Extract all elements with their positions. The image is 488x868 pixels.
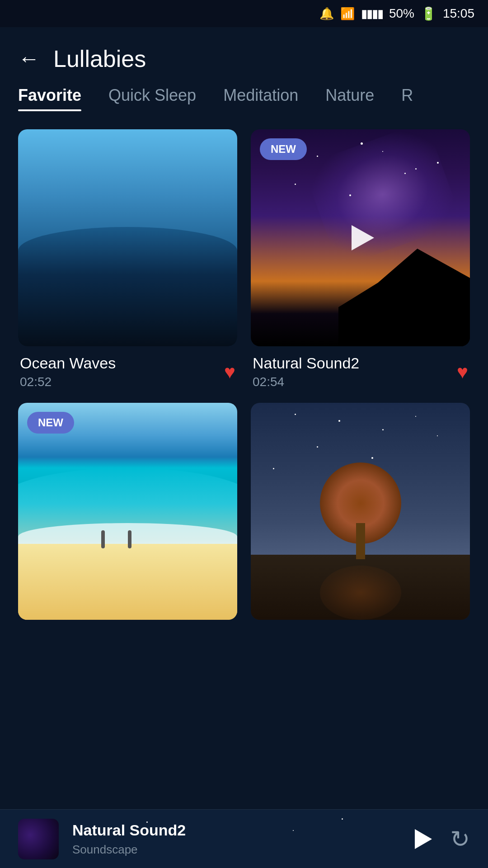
card-image-beach: NEW — [18, 403, 237, 620]
tab-quick-sleep[interactable]: Quick Sleep — [108, 86, 196, 111]
status-icons: 🔔 📶 ▮▮▮▮ 50% 🔋 15:05 — [319, 6, 474, 21]
bottom-player: Natural Sound2 Soundscape ↺ — [0, 809, 488, 868]
player-track-title: Natural Sound2 — [72, 821, 401, 839]
tab-favorite[interactable]: Favorite — [18, 86, 81, 111]
player-thumbnail — [18, 819, 59, 859]
play-button-nightsky[interactable] — [343, 220, 379, 256]
player-controls: ↺ — [415, 826, 470, 853]
card-beach[interactable]: NEW — [18, 403, 237, 620]
battery-icon: 🔋 — [421, 6, 436, 21]
signal-icon: ▮▮▮▮ — [361, 7, 383, 21]
player-thumb-image — [18, 819, 59, 859]
new-badge-beach: NEW — [27, 412, 74, 434]
tab-meditation[interactable]: Meditation — [223, 86, 298, 111]
card-natural-sound2[interactable]: NEW Natural Sound2 02:54 ♥ — [251, 129, 470, 389]
card-title-natural2: Natural Sound2 — [253, 354, 359, 372]
back-button[interactable]: ← — [18, 48, 40, 70]
card-duration-ocean: 02:52 — [20, 375, 116, 389]
player-play-button[interactable] — [415, 829, 432, 849]
card-tree[interactable] — [251, 403, 470, 620]
tab-nature[interactable]: Nature — [325, 86, 374, 111]
player-track-subtitle: Soundscape — [72, 843, 401, 857]
card-info-ocean: Ocean Waves 02:52 ♥ — [18, 354, 237, 389]
battery-percent: 50% — [389, 6, 414, 21]
card-image-tree — [251, 403, 470, 620]
tab-more[interactable]: R — [401, 86, 413, 111]
tab-bar: Favorite Quick Sleep Meditation Nature R — [0, 86, 488, 111]
card-info-natural2: Natural Sound2 02:54 ♥ — [251, 354, 470, 389]
header: ← Lullabies — [0, 27, 488, 86]
status-bar: 🔔 📶 ▮▮▮▮ 50% 🔋 15:05 — [0, 0, 488, 27]
clock: 15:05 — [443, 6, 474, 21]
card-title-ocean: Ocean Waves — [20, 354, 116, 372]
card-image-ocean — [18, 129, 237, 346]
card-ocean-waves[interactable]: Ocean Waves 02:52 ♥ — [18, 129, 237, 389]
new-badge-nightsky: NEW — [260, 138, 307, 160]
notification-icon: 🔔 — [319, 7, 334, 21]
player-info: Natural Sound2 Soundscape — [72, 821, 401, 857]
player-repeat-button[interactable]: ↺ — [450, 826, 470, 853]
page-title: Lullabies — [53, 45, 146, 72]
content-grid: Ocean Waves 02:52 ♥ NEW — [0, 129, 488, 620]
play-triangle-icon — [352, 225, 374, 250]
wifi-icon: 📶 — [340, 7, 355, 21]
favorite-icon-ocean[interactable]: ♥ — [224, 361, 235, 383]
card-image-nightsky: NEW — [251, 129, 470, 346]
card-duration-natural2: 02:54 — [253, 375, 359, 389]
favorite-icon-natural2[interactable]: ♥ — [457, 361, 468, 383]
